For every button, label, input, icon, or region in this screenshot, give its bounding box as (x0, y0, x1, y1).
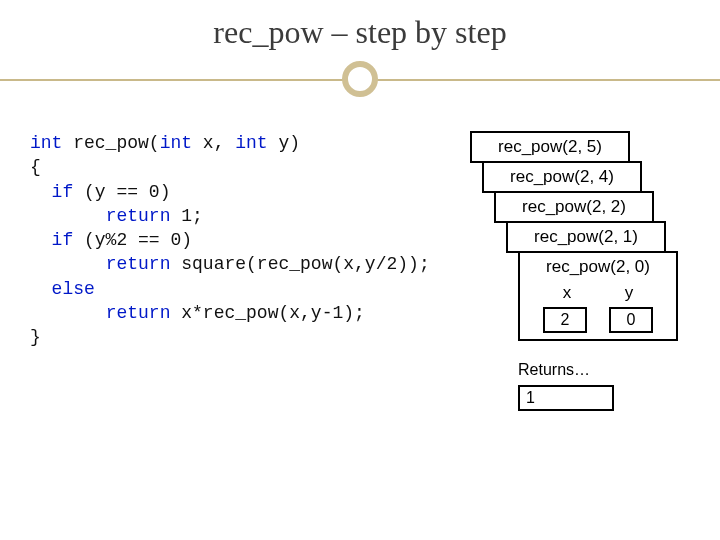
code-text: 1; (170, 206, 202, 226)
code-text (30, 182, 52, 202)
slide-title: rec_pow – step by step (0, 0, 720, 61)
kw-return: return (106, 303, 171, 323)
var-name-y: y (609, 283, 649, 303)
kw-else: else (52, 279, 95, 299)
code-text (30, 279, 52, 299)
var-name-x: x (547, 283, 587, 303)
code-text: x, (192, 133, 235, 153)
kw-int: int (235, 133, 267, 153)
code-text: (y%2 == 0) (73, 230, 192, 250)
kw-int: int (160, 133, 192, 153)
stack-frame: rec_pow(2, 1) (506, 221, 666, 253)
code-text: x*rec_pow(x,y-1); (170, 303, 364, 323)
code-text: } (30, 327, 41, 347)
stack-frame: rec_pow(2, 2) (494, 191, 654, 223)
stack-frame: rec_pow(2, 4) (482, 161, 642, 193)
title-divider (0, 61, 720, 101)
stack-frame-top: rec_pow(2, 0) x y 2 0 (518, 251, 678, 341)
returns-label: Returns… (518, 361, 590, 379)
var-value-y: 0 (609, 307, 653, 333)
stack-frame-label: rec_pow(2, 1) (514, 227, 658, 249)
slide: rec_pow – step by step int rec_pow(int x… (0, 0, 720, 540)
code-text (30, 206, 106, 226)
stack-frame-label: rec_pow(2, 5) (478, 137, 622, 159)
stack-frame-label: rec_pow(2, 0) (526, 257, 670, 279)
var-value-x: 2 (543, 307, 587, 333)
slide-body: int rec_pow(int x, int y) { if (y == 0) … (0, 101, 720, 481)
stack-frame-label: rec_pow(2, 4) (490, 167, 634, 189)
divider-ring-icon (342, 61, 378, 97)
kw-if: if (52, 230, 74, 250)
kw-int: int (30, 133, 62, 153)
call-stack: rec_pow(2, 5) rec_pow(2, 4) rec_pow(2, 2… (470, 131, 690, 471)
returns-value: 1 (518, 385, 614, 411)
code-text: rec_pow( (62, 133, 159, 153)
code-text (30, 230, 52, 250)
code-block: int rec_pow(int x, int y) { if (y == 0) … (30, 131, 460, 471)
kw-return: return (106, 206, 171, 226)
code-text: square(rec_pow(x,y/2)); (170, 254, 429, 274)
locals-table: x y 2 0 (526, 283, 670, 333)
kw-return: return (106, 254, 171, 274)
stack-frame: rec_pow(2, 5) (470, 131, 630, 163)
code-text: (y == 0) (73, 182, 170, 202)
kw-if: if (52, 182, 74, 202)
code-text: y) (268, 133, 300, 153)
stack-frame-label: rec_pow(2, 2) (502, 197, 646, 219)
code-text (30, 303, 106, 323)
code-text (30, 254, 106, 274)
code-text: { (30, 157, 41, 177)
